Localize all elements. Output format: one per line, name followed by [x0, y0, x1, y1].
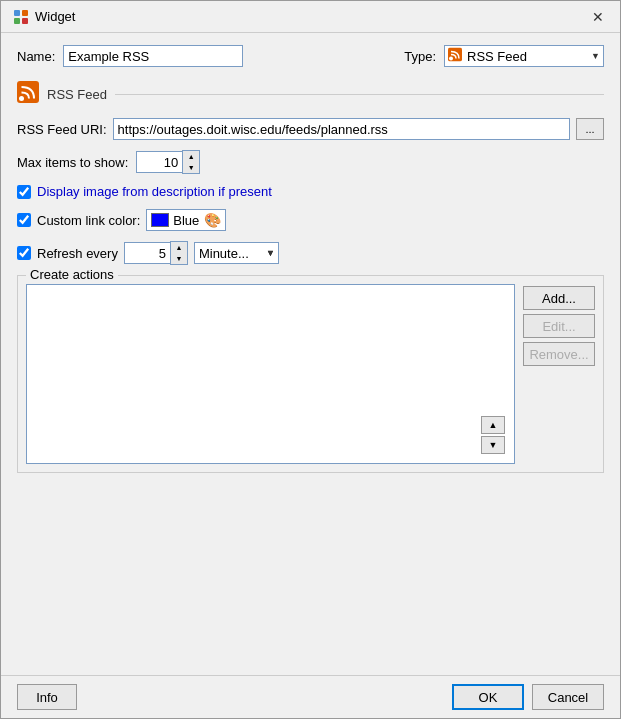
type-label: Type:: [404, 49, 436, 64]
color-label-text: Blue: [173, 213, 200, 228]
name-type-row: Name: Type: RSS Feed Clock Calendar: [17, 45, 604, 67]
close-button[interactable]: ✕: [588, 7, 608, 27]
custom-link-color-label[interactable]: Custom link color:: [37, 213, 140, 228]
spinner-buttons: ▲ ▼: [182, 150, 200, 174]
actions-buttons: Add... Edit... Remove...: [523, 284, 595, 464]
max-items-input[interactable]: [136, 151, 182, 173]
widget-icon: [13, 9, 29, 25]
refresh-every-label[interactable]: Refresh every: [37, 246, 118, 261]
max-items-spinner: ▲ ▼: [136, 150, 200, 174]
refresh-spinner: ▲ ▼: [124, 241, 188, 265]
refresh-interval-input[interactable]: [124, 242, 170, 264]
color-wheel-icon: 🎨: [204, 212, 221, 228]
browse-button[interactable]: ...: [576, 118, 604, 140]
group-legend: Create actions: [26, 267, 118, 282]
section-header: RSS Feed: [17, 81, 604, 108]
display-image-row: Display image from description if presen…: [17, 184, 604, 199]
create-actions-group: Create actions ▲ ▼ Add... Edit... Remove…: [17, 275, 604, 473]
refresh-spinner-up-button[interactable]: ▲: [171, 242, 187, 253]
svg-rect-1: [22, 10, 28, 16]
svg-rect-2: [14, 18, 20, 24]
interval-select[interactable]: Minute... Hour... Day...: [194, 242, 279, 264]
move-down-button[interactable]: ▼: [481, 436, 505, 454]
display-image-label[interactable]: Display image from description if presen…: [37, 184, 272, 199]
section-separator: [115, 94, 604, 95]
color-swatch: [151, 213, 169, 227]
name-input[interactable]: [63, 45, 243, 67]
bottom-bar: Info OK Cancel: [1, 675, 620, 718]
svg-rect-3: [22, 18, 28, 24]
custom-link-color-row: Custom link color: Blue 🎨: [17, 209, 604, 231]
cancel-button[interactable]: Cancel: [532, 684, 604, 710]
create-actions-section: Create actions ▲ ▼ Add... Edit... Remove…: [17, 275, 604, 663]
title-bar: Widget ✕: [1, 1, 620, 33]
interval-select-wrapper: Minute... Hour... Day... ▼: [194, 242, 279, 264]
type-select-wrapper: RSS Feed Clock Calendar ▼: [444, 45, 604, 67]
spinner-down-button[interactable]: ▼: [183, 162, 199, 173]
refresh-every-row: Refresh every ▲ ▼ Minute... Hour... Day.…: [17, 241, 604, 265]
section-title: RSS Feed: [47, 87, 107, 102]
group-content: ▲ ▼ Add... Edit... Remove...: [26, 284, 595, 464]
move-up-button[interactable]: ▲: [481, 416, 505, 434]
max-items-label: Max items to show:: [17, 155, 128, 170]
name-label: Name:: [17, 49, 55, 64]
title-text: Widget: [35, 9, 75, 24]
refresh-spinner-buttons: ▲ ▼: [170, 241, 188, 265]
move-buttons: ▲ ▼: [481, 416, 505, 454]
info-button[interactable]: Info: [17, 684, 77, 710]
refresh-spinner-down-button[interactable]: ▼: [171, 253, 187, 264]
main-content: Name: Type: RSS Feed Clock Calendar: [1, 33, 620, 675]
svg-rect-0: [14, 10, 20, 16]
rss-header-icon: [17, 81, 39, 108]
actions-list[interactable]: [26, 284, 515, 464]
max-items-row: Max items to show: ▲ ▼: [17, 150, 604, 174]
title-bar-left: Widget: [13, 9, 75, 25]
dialog: Widget ✕ Name: Type: RSS F: [0, 0, 621, 719]
refresh-every-checkbox[interactable]: [17, 246, 31, 260]
ok-button[interactable]: OK: [452, 684, 524, 710]
remove-button[interactable]: Remove...: [523, 342, 595, 366]
add-button[interactable]: Add...: [523, 286, 595, 310]
uri-input[interactable]: [113, 118, 570, 140]
uri-label: RSS Feed URI:: [17, 122, 107, 137]
display-image-checkbox[interactable]: [17, 185, 31, 199]
custom-link-color-checkbox[interactable]: [17, 213, 31, 227]
bottom-right-buttons: OK Cancel: [452, 684, 604, 710]
uri-row: RSS Feed URI: ...: [17, 118, 604, 140]
color-picker-button[interactable]: Blue 🎨: [146, 209, 226, 231]
spinner-up-button[interactable]: ▲: [183, 151, 199, 162]
svg-point-7: [19, 96, 24, 101]
type-select[interactable]: RSS Feed Clock Calendar: [444, 45, 604, 67]
edit-button[interactable]: Edit...: [523, 314, 595, 338]
actions-area: ▲ ▼: [26, 284, 515, 464]
